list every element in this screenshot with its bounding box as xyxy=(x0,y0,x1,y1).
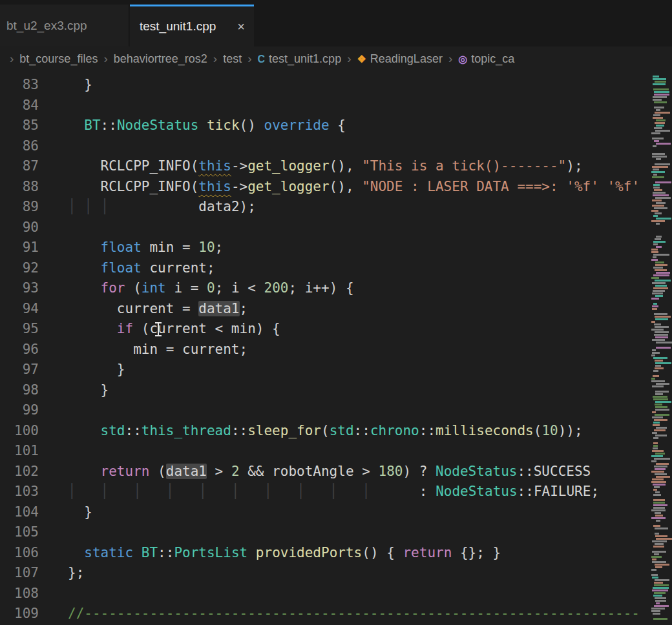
code-line[interactable]: 99 xyxy=(0,400,672,421)
code-text xyxy=(39,584,68,604)
line-number[interactable]: 94 xyxy=(0,299,39,320)
line-number[interactable]: 102 xyxy=(0,462,39,482)
line-number[interactable]: 109 xyxy=(0,604,39,624)
text-cursor-pointer xyxy=(158,322,159,336)
chevron-right-icon: › xyxy=(213,52,217,66)
chevron-right-icon: › xyxy=(448,52,452,66)
code-text: }; xyxy=(39,563,84,584)
code-text: } xyxy=(39,502,92,523)
code-line[interactable]: 97 } xyxy=(0,360,672,380)
code-text xyxy=(39,400,68,421)
minimap-content xyxy=(651,73,672,620)
chevron-right-icon: › xyxy=(347,52,351,66)
code-line[interactable]: 84 xyxy=(0,96,672,116)
code-line[interactable]: 86 xyxy=(0,136,672,157)
code-text: RCLCPP_INFO(this->get_logger(), "This is… xyxy=(39,156,583,177)
code-line[interactable]: 108 xyxy=(0,584,672,604)
code-line[interactable]: 105 xyxy=(0,522,672,543)
tab-bt_u2_ex3-cpp[interactable]: bt_u2_ex3.cpp xyxy=(0,5,129,46)
code-line[interactable]: 104 } xyxy=(0,502,672,523)
breadcrumb-item-topic-ca[interactable]: ◎topic_ca xyxy=(458,52,514,66)
code-line[interactable]: 101 xyxy=(0,441,672,462)
tab-label: test_unit1.cpp xyxy=(140,19,216,34)
line-number[interactable]: 89 xyxy=(0,197,39,218)
line-number[interactable]: 105 xyxy=(0,522,39,543)
tab-test_unit1-cpp[interactable]: test_unit1.cpp × xyxy=(130,5,254,46)
code-line[interactable]: 109//-----------------------------------… xyxy=(0,604,672,624)
code-line[interactable]: 94 current = data1; xyxy=(0,299,672,320)
chevron-right-icon: › xyxy=(247,52,251,66)
code-text: } xyxy=(39,360,125,380)
line-number[interactable]: 100 xyxy=(0,421,39,442)
minimap[interactable] xyxy=(651,71,672,625)
breadcrumb-label: topic_ca xyxy=(471,52,514,65)
code-line[interactable]: 96 min = current; xyxy=(0,340,672,360)
cpp-file-icon: C xyxy=(258,54,266,65)
code-text: BT::NodeStatus tick() override { xyxy=(39,116,346,136)
chevron-right-icon: › xyxy=(10,52,14,66)
line-number[interactable]: 106 xyxy=(0,543,39,564)
code-text: │ │ │ │ │ │ │ │ │ │ : NodeStatus::FAILUR… xyxy=(39,482,599,502)
code-text: │ │ │ data2); xyxy=(39,197,256,218)
code-line[interactable]: 89│ │ │ data2); xyxy=(0,197,672,218)
line-number[interactable]: 93 xyxy=(0,278,39,299)
line-number[interactable]: 103 xyxy=(0,482,39,502)
code-text: float min = 10; xyxy=(39,238,223,258)
code-line[interactable]: 103│ │ │ │ │ │ │ │ │ │ : NodeStatus::FAI… xyxy=(0,482,672,502)
code-text: static BT::PortsList providedPorts() { r… xyxy=(39,543,501,564)
breadcrumb-item-test-unit1-cpp[interactable]: Ctest_unit1.cpp xyxy=(258,52,342,66)
line-number[interactable]: 91 xyxy=(0,238,39,258)
code-text xyxy=(39,218,68,238)
breadcrumb-label: ReadingLaser xyxy=(370,52,443,65)
code-line[interactable]: 83 } xyxy=(0,75,672,96)
line-number[interactable]: 83 xyxy=(0,75,39,96)
breadcrumb-item-readinglaser[interactable]: ❖ReadingLaser xyxy=(357,52,442,66)
line-number[interactable]: 92 xyxy=(0,258,39,279)
line-number[interactable]: 87 xyxy=(0,156,39,177)
code-line[interactable]: 100 std::this_thread::sleep_for(std::chr… xyxy=(0,421,672,442)
code-line[interactable]: 102 return (data1 > 2 && robotAngle > 18… xyxy=(0,462,672,482)
code-area[interactable]: 83 }8485 BT::NodeStatus tick() override … xyxy=(0,71,672,624)
code-text: RCLCPP_INFO(this->get_logger(), "NODE : … xyxy=(39,177,640,198)
code-text: current = data1; xyxy=(39,299,247,320)
code-line[interactable]: 95 if (current < min) { xyxy=(0,319,672,340)
breadcrumb-label: behaviortree_ros2 xyxy=(114,52,207,65)
line-number[interactable]: 85 xyxy=(0,116,39,136)
line-number[interactable]: 84 xyxy=(0,96,39,116)
line-number[interactable]: 99 xyxy=(0,400,39,421)
code-line[interactable]: 92 float current; xyxy=(0,258,672,279)
line-number[interactable]: 96 xyxy=(0,340,39,360)
line-number[interactable]: 104 xyxy=(0,502,39,523)
code-line[interactable]: 88 RCLCPP_INFO(this->get_logger(), "NODE… xyxy=(0,177,672,198)
breadcrumb-label: test_unit1.cpp xyxy=(269,52,341,65)
line-number[interactable]: 88 xyxy=(0,177,39,198)
line-number[interactable]: 95 xyxy=(0,319,39,340)
code-text: return (data1 > 2 && robotAngle > 180) ?… xyxy=(39,462,591,482)
code-line[interactable]: 90 xyxy=(0,218,672,238)
breadcrumb-item-bt-course-files[interactable]: bt_course_files xyxy=(19,52,98,66)
breadcrumb-label: test xyxy=(223,52,242,65)
line-number[interactable]: 101 xyxy=(0,441,39,462)
close-icon[interactable]: × xyxy=(236,20,246,33)
code-line[interactable]: 87 RCLCPP_INFO(this->get_logger(), "This… xyxy=(0,156,672,177)
code-line[interactable]: 107}; xyxy=(0,563,672,584)
code-text xyxy=(39,522,68,543)
line-number[interactable]: 98 xyxy=(0,380,39,401)
code-text: } xyxy=(39,380,109,401)
line-number[interactable]: 90 xyxy=(0,218,39,238)
line-number[interactable]: 97 xyxy=(0,360,39,380)
chevron-right-icon: › xyxy=(103,52,107,66)
code-line[interactable]: 91 float min = 10; xyxy=(0,238,672,258)
code-text xyxy=(39,96,68,116)
vscode-window: bt_u2_ex3.cpp test_unit1.cpp × ›bt_cours… xyxy=(0,0,672,625)
code-line[interactable]: 85 BT::NodeStatus tick() override { xyxy=(0,116,672,136)
code-line[interactable]: 93 for (int i = 0; i < 200; i++) { xyxy=(0,278,672,299)
line-number[interactable]: 108 xyxy=(0,584,39,604)
breadcrumb-item-behaviortree-ros2[interactable]: behaviortree_ros2 xyxy=(114,52,207,66)
code-line[interactable]: 106 static BT::PortsList providedPorts()… xyxy=(0,543,672,564)
line-number[interactable]: 107 xyxy=(0,563,39,584)
breadcrumb-item-test[interactable]: test xyxy=(223,52,242,66)
editor[interactable]: 83 }8485 BT::NodeStatus tick() override … xyxy=(0,71,672,625)
line-number[interactable]: 86 xyxy=(0,136,39,157)
code-line[interactable]: 98 } xyxy=(0,380,672,401)
